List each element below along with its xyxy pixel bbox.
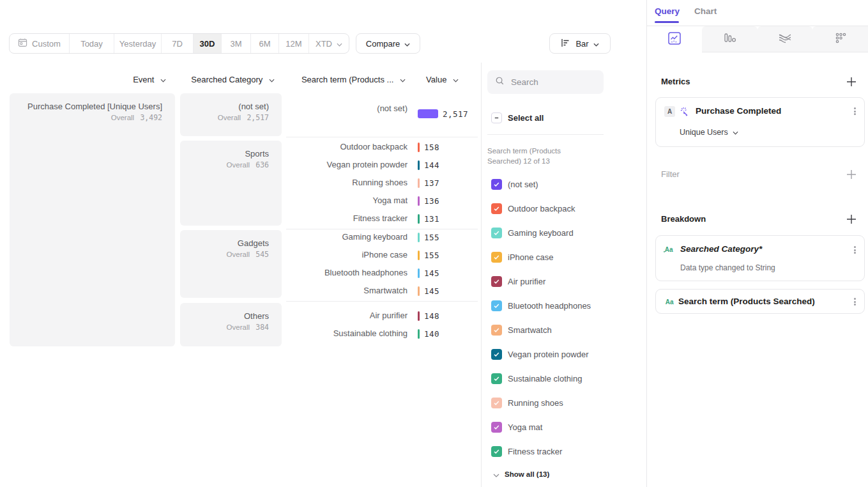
tab-query[interactable]: Query [655, 6, 680, 16]
category-block-not-set[interactable]: (not set) Overall 2,517 [180, 93, 282, 136]
bar-row-number: 144 [424, 160, 439, 170]
filter-section-title: Filter [661, 169, 680, 179]
column-header-event-label: Event [133, 75, 154, 84]
category-label: Sports [188, 148, 269, 160]
legend-item[interactable]: Yoga mat [491, 422, 542, 433]
tab-user-paths[interactable] [812, 26, 868, 52]
legend-item[interactable]: Gaming keyboard [491, 228, 574, 238]
bar-row-value[interactable]: 140 [418, 327, 439, 340]
bar-row-value[interactable]: 148 [418, 309, 439, 322]
add-breakdown-button[interactable] [845, 213, 858, 226]
bar-row-number: 145 [424, 286, 439, 296]
tab-chart-label: Chart [694, 6, 717, 16]
breakdown-note: Data type changed to String [680, 263, 775, 272]
chevron-down-icon [269, 75, 275, 84]
category-overall: Overall 545 [188, 249, 269, 260]
category-overall-value: 636 [255, 160, 269, 169]
bar-row-value[interactable]: 155 [418, 231, 439, 244]
column-header-event[interactable]: Event [109, 74, 166, 86]
category-block-others[interactable]: Others Overall 384 [180, 303, 282, 346]
range-yesterday[interactable]: Yesterday [114, 34, 161, 53]
legend-item[interactable]: Running shoes [491, 398, 563, 408]
add-filter-button[interactable] [845, 168, 858, 181]
legend-item-label: Sustainable clothing [508, 374, 582, 383]
legend-item[interactable]: Air purifier [491, 276, 545, 287]
bar-row-value[interactable]: 131 [418, 212, 439, 225]
range-30d[interactable]: 30D [193, 34, 221, 53]
legend-item[interactable]: Smartwatch [491, 325, 552, 336]
compare-button[interactable]: Compare [356, 33, 420, 54]
category-overall: Overall 384 [188, 322, 269, 333]
category-overall: Overall 636 [188, 160, 269, 171]
group-separator [286, 229, 478, 229]
bar-chart-icon [561, 38, 571, 50]
show-all-toggle[interactable]: Show all (13) [493, 468, 549, 480]
tab-funnel[interactable] [702, 26, 758, 52]
bar-row-number: 131 [424, 214, 439, 224]
breakdown-more-options-icon[interactable] [849, 245, 860, 255]
add-metric-button[interactable] [845, 75, 858, 88]
indeterminate-checkbox-icon [491, 112, 502, 123]
legend-divider [487, 134, 604, 135]
chevron-down-icon [400, 75, 406, 84]
legend-item[interactable]: iPhone case [491, 252, 554, 263]
legend-item[interactable]: Vegan protein powder [491, 349, 588, 360]
legend-item[interactable]: Outdoor backpack [491, 203, 575, 214]
checkbox-checked-icon [491, 300, 502, 311]
legend-item[interactable]: (not set) [491, 179, 538, 190]
tab-trend-chart[interactable] [647, 26, 702, 52]
range-12m-label: 12M [286, 39, 301, 49]
category-block-gadgets[interactable]: Gadgets Overall 545 [180, 230, 282, 298]
breakdown-card[interactable] [655, 235, 865, 281]
legend-search-input[interactable]: Search [487, 70, 604, 94]
category-label: Others [188, 311, 269, 322]
bar-glyph [418, 160, 420, 170]
breakdown-more-options-icon[interactable] [849, 297, 860, 307]
category-block-sports[interactable]: Sports Overall 636 [180, 141, 282, 226]
range-6m[interactable]: 6M [250, 34, 278, 53]
bar-row-value[interactable]: 144 [418, 158, 439, 171]
chart-type-button[interactable]: Bar [549, 33, 611, 54]
range-7d[interactable]: 7D [161, 34, 193, 53]
bar-row-number: 155 [424, 233, 439, 242]
metric-card[interactable] [655, 97, 865, 147]
bar-row-value[interactable]: 136 [418, 194, 439, 207]
tab-retention[interactable] [758, 26, 812, 52]
metric-aggregation-label: Unique Users [680, 128, 728, 137]
bar-row-value[interactable]: 158 [418, 141, 439, 153]
legend-item[interactable]: Fitness tracker [491, 446, 562, 457]
column-header-searched-category[interactable]: Searched Category [172, 74, 275, 86]
bar-row-value[interactable]: 2,517 [418, 107, 468, 120]
range-30d-label: 30D [200, 39, 215, 49]
range-xtd[interactable]: XTD [308, 34, 349, 53]
checkbox-checked-icon [491, 422, 502, 433]
legend-item-label: Outdoor backpack [508, 204, 575, 213]
bar-row-number: 145 [424, 268, 439, 278]
range-12m[interactable]: 12M [278, 34, 308, 53]
trend-chart-icon [667, 31, 681, 48]
bar-row-value[interactable]: 137 [418, 176, 439, 189]
metric-more-options-icon[interactable] [849, 106, 860, 116]
bar-row-value[interactable]: 155 [418, 249, 439, 261]
date-range-segmented-control[interactable]: Custom Today Yesterday 7D 30D 3M 6M 12M … [9, 33, 349, 54]
legend-item[interactable]: Bluetooth headphones [491, 300, 591, 311]
checkbox-checked-icon [491, 325, 502, 336]
column-header-search-term[interactable]: Search term (Products ... [281, 74, 406, 86]
chevron-down-icon [160, 75, 166, 84]
metric-aggregation-dropdown[interactable]: Unique Users [680, 128, 738, 137]
legend-item[interactable]: Sustainable clothing [491, 373, 582, 384]
bar-row-value[interactable]: 145 [418, 267, 439, 279]
range-3m[interactable]: 3M [221, 34, 250, 53]
range-today[interactable]: Today [69, 34, 114, 53]
bar-glyph [418, 178, 420, 188]
select-all-checkbox[interactable]: Select all [491, 112, 544, 123]
range-custom[interactable]: Custom [10, 34, 69, 53]
range-custom-label: Custom [32, 39, 61, 49]
checkbox-checked-icon [491, 349, 502, 360]
column-header-value[interactable]: Value [409, 74, 459, 86]
event-block[interactable]: Purchase Completed [Unique Users] Overal… [10, 93, 175, 346]
chevron-down-icon [453, 75, 459, 84]
checkbox-checked-icon [491, 276, 502, 287]
tab-chart[interactable]: Chart [694, 6, 717, 16]
bar-row-value[interactable]: 145 [418, 284, 439, 297]
